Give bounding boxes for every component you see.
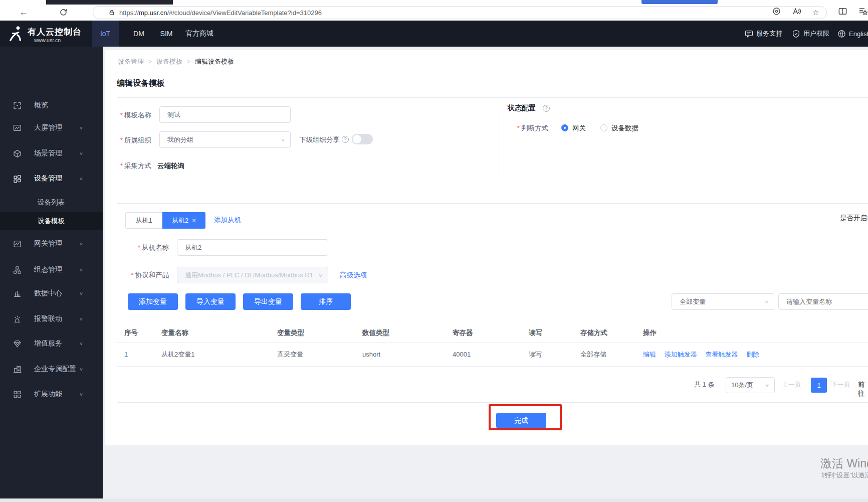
sidebar-item-scene[interactable]: 场景管理 ∨: [0, 142, 103, 164]
add-trigger-link[interactable]: 添加触发器: [665, 351, 697, 358]
nav-tab-iot[interactable]: IoT: [92, 21, 119, 47]
device-grid-icon: [13, 175, 22, 183]
chevron-up-icon: ∧: [79, 176, 83, 181]
template-name-input[interactable]: [167, 111, 283, 118]
sidebar-item-label: 数据中心: [34, 289, 62, 298]
favorites-list-icon[interactable]: [858, 7, 868, 16]
protocol-select: 通用Modbus / PLC / DL/Modbus/Modbus R1 ∨: [177, 267, 328, 283]
sort-button[interactable]: 排序: [301, 293, 351, 310]
help-icon[interactable]: ?: [342, 136, 349, 143]
radio-device-data-label[interactable]: 设备数据: [611, 124, 638, 133]
done-button[interactable]: 完成: [496, 413, 546, 428]
lock-icon: [108, 9, 115, 16]
page-size-select[interactable]: 10条/页 ∨: [726, 377, 775, 393]
gateway-icon: [13, 240, 22, 248]
radio-gateway-label[interactable]: 网关: [572, 124, 586, 133]
radio-device-data[interactable]: [600, 124, 607, 131]
favorite-star-icon[interactable]: ☆: [812, 7, 819, 18]
delete-link[interactable]: 删除: [746, 351, 759, 358]
split-screen-icon[interactable]: [838, 7, 847, 16]
import-variable-button[interactable]: 导入变量: [185, 293, 236, 310]
variable-search-field[interactable]: [778, 293, 868, 310]
sidebar-item-device[interactable]: 设备管理 ∧: [0, 168, 103, 190]
breadcrumb-device-template[interactable]: 设备模板: [156, 57, 182, 66]
multi-host-question: 是否开启多: [840, 214, 868, 223]
sidebar-subitem-device-template[interactable]: 设备模板: [0, 212, 103, 230]
export-variable-button[interactable]: 导出变量: [243, 293, 293, 310]
sidebar-item-alarm[interactable]: 报警联动 ∨: [0, 308, 103, 330]
overview-icon: [13, 101, 22, 110]
screen: ← https://mp.usr.cn/#/cloud/device/ViewE…: [0, 0, 868, 502]
cell-variable-type: 直采变量: [270, 350, 355, 359]
nav-language[interactable]: English: [837, 21, 868, 47]
breadcrumb: 设备管理 > 设备模板 > 编辑设备模板: [118, 57, 234, 66]
col-header: 寄存器: [445, 328, 521, 338]
reload-icon[interactable]: [59, 8, 68, 17]
variable-filter-select[interactable]: 全部变量 ∨: [672, 293, 774, 310]
page-number-button[interactable]: 1: [811, 378, 827, 393]
url-bar[interactable]: https://mp.usr.cn/#/cloud/device/ViewEdi…: [93, 6, 827, 19]
close-icon[interactable]: ×: [192, 217, 196, 224]
template-name-label: *模板名称: [105, 111, 151, 120]
app-title[interactable]: 有人云控制台: [28, 26, 82, 38]
col-header: 存储方式: [573, 328, 635, 338]
nav-tab-sim[interactable]: SIM: [150, 21, 182, 47]
slave-tab-2[interactable]: 从机2×: [162, 212, 205, 229]
template-name-field[interactable]: [159, 106, 291, 123]
goto-page-label: 前往: [858, 380, 868, 398]
required-asterisk: *: [131, 271, 133, 279]
sidebar-item-extensions[interactable]: 扩展功能 ∨: [0, 383, 103, 405]
edit-link[interactable]: 编辑: [643, 351, 656, 358]
slave-tab-1[interactable]: 从机1: [125, 212, 162, 229]
advanced-options-link[interactable]: 高级选项: [340, 271, 367, 280]
sidebar: 概览 大屏管理 ∨ 场景管理 ∨ 设备管理 ∧ 设备列表 设备模板 网关管理 ∨: [0, 47, 103, 502]
sidebar-item-bigscreen[interactable]: 大屏管理 ∨: [0, 117, 103, 139]
nav-service-support[interactable]: 服务支持: [745, 21, 782, 47]
sidebar-item-value-service[interactable]: 增值服务 ∨: [0, 332, 103, 355]
sidebar-item-enterprise-config[interactable]: 企业专属配置 ∨: [0, 358, 103, 380]
sidebar-subitem-label: 设备模板: [38, 217, 65, 226]
col-header: 序号: [117, 328, 154, 338]
sidebar-item-configuration[interactable]: 组态管理 ∨: [0, 259, 103, 281]
radio-gateway[interactable]: [561, 124, 568, 131]
chevron-down-icon: ∨: [79, 267, 83, 272]
breadcrumb-device-mgmt[interactable]: 设备管理: [118, 57, 144, 66]
chevron-down-icon: ∨: [281, 137, 285, 142]
chevron-down-icon: ∨: [79, 392, 83, 397]
sidebar-item-gateway[interactable]: 网关管理 ∨: [0, 233, 103, 255]
nav-language-label: English: [849, 30, 868, 38]
page-title: 编辑设备模板: [117, 78, 165, 89]
status-config-title: 状态配置: [508, 104, 536, 113]
cell-variable-name: 从机2变量1: [154, 350, 270, 359]
site-info-icon[interactable]: [772, 7, 781, 16]
sidebar-item-data-center[interactable]: 数据中心 ∨: [0, 282, 103, 304]
nav-tab-dm[interactable]: DM: [124, 21, 154, 47]
help-icon[interactable]: ?: [543, 105, 550, 112]
gem-icon: [13, 340, 22, 348]
usr-logo-icon[interactable]: [7, 25, 25, 43]
nav-tab-mall[interactable]: 官方商城: [179, 21, 220, 47]
share-toggle[interactable]: [352, 134, 373, 144]
sidebar-item-overview[interactable]: 概览: [0, 94, 103, 116]
sidebar-item-label: 报警联动: [34, 314, 62, 323]
apps-grid-icon: [13, 390, 22, 399]
scene-cube-icon: [13, 149, 22, 158]
org-select[interactable]: 我的分组 ∨: [159, 131, 291, 148]
variable-search-input[interactable]: [786, 298, 865, 305]
slave-name-input[interactable]: [185, 244, 320, 251]
back-icon[interactable]: ←: [19, 7, 28, 18]
top-navbar: 有人云控制台 www.usr.cn IoT DM SIM 官方商城 服务支持 用…: [0, 21, 868, 47]
add-slave-link[interactable]: 添加从机: [214, 216, 241, 225]
required-asterisk: *: [517, 124, 520, 132]
add-variable-button[interactable]: 添加变量: [128, 293, 178, 310]
slave-name-field[interactable]: [177, 239, 328, 256]
sidebar-subitem-label: 设备列表: [38, 198, 65, 207]
prev-page-button[interactable]: 上一页: [782, 380, 801, 389]
view-trigger-link[interactable]: 查看触发器: [705, 351, 738, 358]
sidebar-item-label: 设备管理: [34, 174, 62, 183]
next-page-button[interactable]: 下一页: [831, 380, 850, 389]
chevron-down-icon: ∨: [79, 367, 83, 372]
read-aloud-icon[interactable]: [792, 7, 801, 16]
nav-user-permission[interactable]: 用户权限: [792, 21, 829, 47]
sidebar-subitem-device-list[interactable]: 设备列表: [0, 193, 103, 212]
